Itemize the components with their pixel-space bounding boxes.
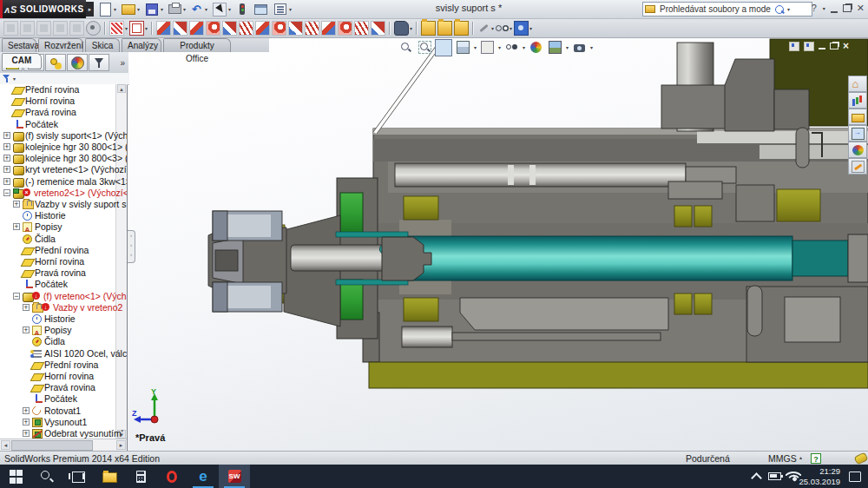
doc-minimize-button[interactable] bbox=[819, 48, 825, 49]
camera-button[interactable] bbox=[570, 39, 588, 56]
help-caret-icon[interactable]: ▾ bbox=[823, 5, 825, 11]
taskpane-tab-custom-properties[interactable] bbox=[848, 158, 867, 175]
taskpane-tab-resources-home[interactable] bbox=[848, 76, 867, 92]
tree-item[interactable]: Historie bbox=[0, 210, 115, 221]
dropdown-caret-icon[interactable]: ▾ bbox=[590, 44, 593, 50]
tree-item[interactable]: +(f) svisly suport<1> (Výchoz bbox=[0, 130, 115, 142]
tree-item[interactable]: +Vazby v svisly suport s bbox=[0, 199, 115, 210]
hide-glasses-button[interactable]: ▾ bbox=[496, 22, 512, 35]
cam-op-4-button[interactable] bbox=[206, 21, 220, 36]
tree-item[interactable]: +Rotovat1 bbox=[0, 406, 115, 417]
print-button[interactable]: ▾ bbox=[167, 2, 187, 17]
cam-op-3-button[interactable] bbox=[189, 21, 204, 36]
quick-tips-icon[interactable]: ? bbox=[811, 453, 821, 464]
dropdown-caret-icon[interactable]: ▾ bbox=[529, 25, 532, 31]
table-button[interactable] bbox=[69, 21, 84, 36]
notification-icon[interactable] bbox=[849, 465, 861, 488]
expand-toggle-icon[interactable]: + bbox=[13, 201, 20, 208]
sketch-hatch-button[interactable]: ▾ bbox=[109, 21, 128, 36]
tree-item[interactable]: Čidla bbox=[0, 234, 115, 245]
dropdown-caret-icon[interactable]: ▾ bbox=[183, 6, 186, 12]
tray-chevron-icon[interactable] bbox=[753, 465, 760, 488]
clock[interactable]: 21:29 25.03.2019 bbox=[799, 465, 840, 488]
tree-item[interactable]: Přední rovina bbox=[0, 84, 115, 96]
taskbar-edge[interactable]: e bbox=[187, 465, 219, 488]
tools-wrench-button[interactable]: ▾ bbox=[477, 22, 494, 35]
tab-analýzy[interactable]: Analýzy bbox=[122, 38, 161, 52]
close-button[interactable]: ✕ bbox=[857, 2, 865, 15]
tab-cam[interactable]: CAM bbox=[2, 53, 42, 68]
undo-button[interactable]: ▾ bbox=[189, 2, 208, 17]
units-caret-icon[interactable]: ▴ bbox=[799, 454, 802, 460]
panel-tab-displaymanager[interactable] bbox=[67, 54, 88, 71]
expand-toggle-icon[interactable]: + bbox=[3, 155, 10, 162]
panel-overflow-button[interactable]: » bbox=[120, 58, 125, 68]
hide-show-button[interactable] bbox=[503, 39, 520, 56]
expand-toggle-icon[interactable]: + bbox=[3, 143, 10, 150]
dropdown-caret-icon[interactable]: ▾ bbox=[114, 6, 116, 12]
save-button[interactable]: ▾ bbox=[143, 2, 164, 17]
restore-button[interactable] bbox=[843, 4, 852, 12]
scroll-right-icon[interactable]: ► bbox=[116, 440, 126, 450]
dropdown-caret-icon[interactable]: ▾ bbox=[498, 44, 501, 50]
tree-item[interactable]: Historie bbox=[0, 313, 115, 325]
expand-toggle-icon[interactable]: + bbox=[3, 132, 10, 139]
help-button[interactable]: ? bbox=[812, 2, 817, 15]
panel-pull-tab[interactable]: ‹‹‹ bbox=[128, 230, 135, 263]
split-horizontal-button[interactable] bbox=[789, 42, 799, 51]
expand-toggle-icon[interactable]: + bbox=[3, 178, 10, 185]
cam-op-10-button[interactable] bbox=[305, 21, 319, 36]
balloon-button[interactable] bbox=[20, 21, 35, 36]
tree-item[interactable]: Horní rovina bbox=[0, 256, 115, 267]
taskpane-tab-file-explorer[interactable] bbox=[848, 109, 867, 125]
interference-button[interactable] bbox=[234, 2, 250, 17]
scroll-up-icon[interactable]: ▲ bbox=[117, 84, 126, 93]
select-button[interactable]: ▾ bbox=[211, 2, 232, 17]
cam-op-7-button[interactable] bbox=[255, 21, 270, 36]
view-orientation-button[interactable] bbox=[454, 39, 471, 56]
graphics-area[interactable]: ▾▾▾▾▾ × ‹‹‹ Y Z *Pravá bbox=[128, 37, 868, 451]
search-box[interactable]: ▾ bbox=[642, 2, 812, 16]
tree-item[interactable]: +kolejnice hgr 30 800<3> (Vy bbox=[0, 153, 115, 164]
expand-toggle-icon[interactable]: + bbox=[23, 326, 30, 333]
dropdown-caret-icon[interactable]: ▾ bbox=[145, 25, 148, 31]
doc-close-button[interactable]: × bbox=[843, 41, 849, 51]
doc-restore-button[interactable] bbox=[830, 43, 838, 49]
expand-toggle-icon[interactable]: − bbox=[3, 189, 10, 196]
tree-item[interactable]: Pravá rovina bbox=[0, 107, 115, 118]
cam-op-5-button[interactable] bbox=[222, 21, 237, 36]
tree-item[interactable]: Počátek bbox=[0, 393, 115, 405]
tree-item[interactable]: Pravá rovina bbox=[0, 382, 115, 393]
machined-shape-button[interactable]: ▾ bbox=[394, 21, 412, 36]
tree-item[interactable]: +kryt vretene<1> (Výchozí< bbox=[0, 164, 115, 175]
cam-op-1-button[interactable] bbox=[156, 21, 171, 36]
expand-toggle-icon[interactable]: + bbox=[3, 166, 10, 173]
new-document-button[interactable]: ▾ bbox=[97, 2, 117, 17]
cam-op-14-button[interactable] bbox=[371, 21, 385, 36]
expand-toggle-icon[interactable]: + bbox=[13, 223, 20, 230]
tree-item[interactable]: +Popisy bbox=[0, 325, 115, 336]
spell-button[interactable] bbox=[36, 21, 51, 36]
edit-tag-icon[interactable] bbox=[854, 452, 868, 465]
tree-item[interactable]: Horní rovina bbox=[0, 96, 115, 107]
tree-horizontal-scrollbar[interactable]: ◄ ► bbox=[0, 439, 127, 451]
tab-produkty-office[interactable]: Produkty Office bbox=[163, 38, 231, 52]
taskpane-tab-design-library[interactable] bbox=[848, 92, 867, 109]
dropdown-caret-icon[interactable]: ▾ bbox=[289, 6, 292, 12]
taskbar-file-explorer[interactable] bbox=[94, 465, 125, 488]
tab-rozvržení[interactable]: Rozvržení bbox=[38, 38, 83, 52]
expand-toggle-icon[interactable]: + bbox=[23, 419, 30, 425]
taskpane-tab-appearances[interactable] bbox=[848, 142, 867, 158]
menu-flyout-arrow-icon[interactable]: ▸ bbox=[86, 2, 94, 16]
taskbar-opera[interactable] bbox=[156, 465, 187, 488]
tree-item[interactable]: Přední rovina bbox=[0, 359, 115, 371]
folder-open-button[interactable] bbox=[421, 21, 436, 36]
expand-toggle-icon[interactable]: + bbox=[23, 407, 30, 414]
tree-item[interactable]: +(-) remenice mala 3kw<1> bbox=[0, 176, 115, 188]
dropdown-caret-icon[interactable]: ▾ bbox=[205, 6, 207, 12]
tree-item[interactable]: +Popisy bbox=[0, 221, 115, 233]
dropdown-caret-icon[interactable]: ▾ bbox=[474, 44, 477, 50]
tree-item[interactable]: −×vreteno2<1> (Výchozí< bbox=[0, 188, 115, 199]
display-settings-button[interactable]: ▾ bbox=[272, 2, 293, 17]
cam-op-8-button[interactable] bbox=[272, 21, 286, 36]
